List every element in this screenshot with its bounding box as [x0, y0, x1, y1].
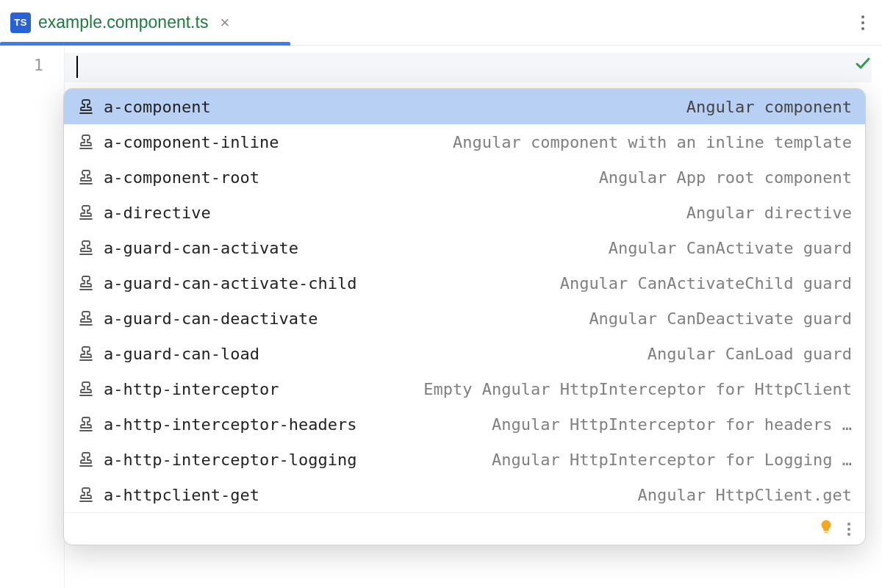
- file-tab-title: example.component.ts: [38, 12, 208, 32]
- completion-item-description: Angular CanActivate guard: [609, 239, 852, 257]
- completion-item[interactable]: a-guard-can-deactivateAngular CanDeactiv…: [64, 301, 865, 336]
- completion-item-description: Angular HttpInterceptor for headers …: [492, 415, 852, 434]
- current-line-highlight: [65, 53, 872, 82]
- completion-item-name: a-guard-can-deactivate: [104, 309, 318, 328]
- live-template-icon: [77, 345, 95, 362]
- live-template-icon: [77, 415, 95, 433]
- completion-item-name: a-http-interceptor-logging: [104, 451, 356, 469]
- completion-item[interactable]: a-guard-can-loadAngular CanLoad guard: [64, 336, 865, 371]
- live-template-icon: [77, 133, 95, 151]
- live-template-icon: [77, 451, 95, 468]
- live-template-icon: [77, 239, 95, 257]
- completion-item[interactable]: a-component-rootAngular App root compone…: [64, 159, 865, 195]
- completion-item[interactable]: a-httpclient-getAngular HttpClient.get: [64, 477, 865, 512]
- completion-item[interactable]: a-directiveAngular directive: [64, 195, 865, 230]
- completion-item-description: Angular component with an inline templat…: [453, 133, 852, 151]
- text-caret: [76, 56, 78, 78]
- live-template-icon: [77, 486, 95, 503]
- completion-item-description: Angular CanDeactivate guard: [589, 309, 852, 328]
- completion-item[interactable]: a-http-interceptor-headersAngular HttpIn…: [64, 406, 865, 442]
- live-template-icon: [77, 168, 95, 186]
- completion-item-name: a-component: [104, 98, 211, 116]
- inspection-status-ok-icon[interactable]: [854, 54, 872, 77]
- live-template-icon: [77, 274, 95, 292]
- completion-item[interactable]: a-http-interceptorEmpty Angular HttpInte…: [64, 371, 865, 406]
- editor-tab-bar: TS example.component.ts ×: [0, 0, 882, 46]
- completion-item-name: a-component-root: [104, 168, 259, 187]
- completion-item[interactable]: a-http-interceptor-loggingAngular HttpIn…: [64, 442, 865, 477]
- completion-item-description: Angular directive: [686, 204, 852, 222]
- typescript-file-icon: TS: [10, 12, 31, 33]
- completion-item[interactable]: a-guard-can-activate-childAngular CanAct…: [64, 265, 865, 301]
- completion-item-name: a-http-interceptor: [104, 380, 279, 398]
- completion-item-description: Angular HttpInterceptor for Logging …: [492, 451, 852, 469]
- completion-item-description: Angular component: [686, 98, 852, 116]
- live-template-icon: [77, 380, 95, 398]
- completion-item-name: a-component-inline: [104, 133, 279, 151]
- tab-bar-more-button[interactable]: [850, 15, 876, 30]
- completion-item-name: a-guard-can-load: [104, 345, 259, 363]
- live-template-icon: [77, 98, 95, 115]
- completion-item[interactable]: a-component-inlineAngular component with…: [64, 124, 865, 159]
- code-completion-popup: a-componentAngular componenta-component-…: [63, 88, 866, 545]
- completion-item-description: Empty Angular HttpInterceptor for HttpCl…: [423, 380, 852, 398]
- completion-popup-footer: [64, 512, 865, 545]
- completion-popup-more-button[interactable]: [843, 518, 855, 540]
- editor-gutter: 1: [0, 46, 65, 588]
- close-tab-button[interactable]: ×: [215, 13, 234, 32]
- completion-item-name: a-guard-can-activate-child: [104, 274, 356, 293]
- completion-item[interactable]: a-guard-can-activateAngular CanActivate …: [64, 230, 865, 265]
- completion-item-description: Angular App root component: [599, 168, 852, 187]
- line-number: 1: [0, 56, 43, 74]
- completion-item-description: Angular HttpClient.get: [638, 486, 852, 504]
- file-tab[interactable]: TS example.component.ts ×: [0, 0, 244, 46]
- completion-item-description: Angular CanLoad guard: [648, 345, 852, 363]
- completion-item-name: a-httpclient-get: [104, 486, 259, 504]
- live-template-icon: [77, 309, 95, 327]
- completion-item-name: a-directive: [104, 204, 211, 222]
- completion-item-name: a-guard-can-activate: [104, 239, 298, 257]
- completion-item-name: a-http-interceptor-headers: [104, 415, 356, 434]
- completion-item[interactable]: a-componentAngular component: [64, 89, 865, 124]
- live-template-icon: [77, 204, 95, 221]
- intention-bulb-icon[interactable]: [818, 519, 834, 539]
- completion-item-description: Angular CanActivateChild guard: [560, 274, 852, 293]
